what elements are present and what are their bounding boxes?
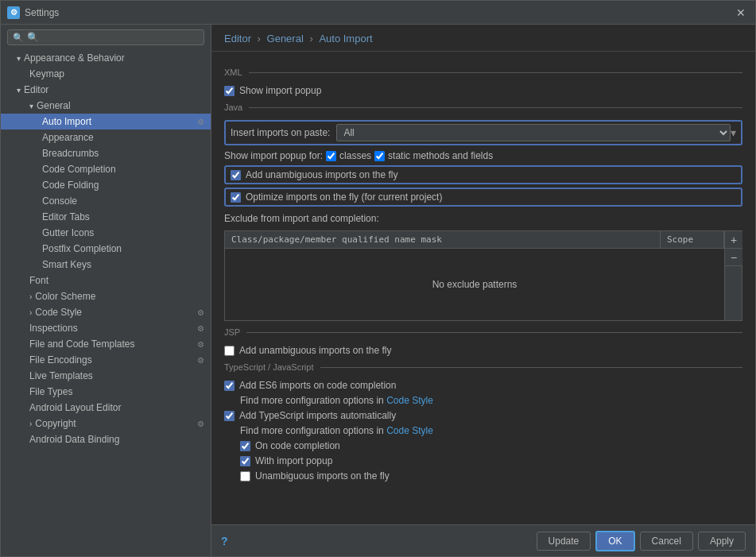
find-config-2-prefix: Find more configuration options in [240, 425, 384, 436]
column-scope-header: Scope [661, 231, 724, 248]
sidebar-item-appearance-behavior[interactable]: ▾ Appearance & Behavior [1, 50, 211, 66]
sidebar-item-label: Code Completion [42, 164, 204, 175]
sidebar-item-smart-keys[interactable]: Smart Keys [1, 257, 211, 273]
add-typescript-checkbox[interactable] [224, 411, 235, 421]
on-code-completion-row: On code completion [224, 440, 742, 451]
sidebar-item-appearance[interactable]: Appearance [1, 130, 211, 145]
static-methods-label: static methods and fields [388, 150, 493, 161]
sidebar-item-live-templates[interactable]: Live Templates [1, 368, 211, 384]
window-title: Settings [25, 7, 733, 18]
sidebar-item-android-data-binding[interactable]: Android Data Binding [1, 431, 211, 447]
expand-arrow: › [29, 292, 32, 301]
apply-button[interactable]: Apply [698, 532, 746, 551]
show-import-popup-for-label: Show import popup for: [224, 150, 323, 161]
find-config-1-prefix: Find more configuration options in [240, 395, 384, 406]
sidebar-item-label: General [37, 100, 204, 111]
add-typescript-label: Add TypeScript imports automatically [239, 410, 396, 421]
add-es6-checkbox[interactable] [224, 381, 235, 391]
sidebar-item-keymap[interactable]: Keymap [1, 66, 211, 82]
sidebar-item-label: File and Code Templates [29, 338, 197, 350]
sidebar-item-android-layout-editor[interactable]: Android Layout Editor [1, 400, 211, 416]
exclude-table-body: No exclude patterns [225, 249, 724, 320]
show-import-popup-for-row: Show import popup for: classes static me… [224, 150, 742, 161]
insert-imports-row: Insert imports on paste: All Ask None ▾ [224, 120, 742, 145]
xml-show-import-popup-checkbox[interactable] [224, 86, 235, 96]
typescript-label: TypeScript / JavaScript [224, 362, 314, 372]
sidebar-item-editor-tabs[interactable]: Editor Tabs [1, 209, 211, 225]
unambiguous-imports-checkbox[interactable] [240, 471, 250, 482]
search-input[interactable] [27, 32, 199, 43]
main-content: 🔍 ▾ Appearance & Behavior Keymap ▾ Edito… [1, 25, 755, 556]
expand-arrow: ▾ [29, 102, 33, 110]
sidebar-item-auto-import[interactable]: Auto Import ⚙ [1, 114, 211, 130]
sidebar-item-gutter-icons[interactable]: Gutter Icons [1, 225, 211, 241]
insert-imports-label: Insert imports on paste: [231, 127, 330, 138]
sidebar-item-file-types[interactable]: File Types [1, 384, 211, 400]
sidebar-item-label: Copyright [35, 418, 197, 429]
add-unambiguous-checkbox[interactable] [231, 170, 241, 180]
sidebar-item-label: Postfix Completion [42, 243, 204, 254]
on-code-completion-checkbox[interactable] [240, 441, 250, 451]
sidebar-item-label: Appearance [42, 132, 204, 143]
code-style-link-2[interactable]: Code Style [386, 425, 433, 436]
sidebar-item-file-code-templates[interactable]: File and Code Templates ⚙ [1, 336, 211, 352]
sidebar-item-general[interactable]: ▾ General [1, 98, 211, 114]
add-exclude-button[interactable]: + [725, 231, 742, 249]
sidebar-item-font[interactable]: Font [1, 273, 211, 288]
jsp-add-unambiguous-checkbox[interactable] [224, 346, 235, 356]
add-unambiguous-label: Add unambiguous imports on the fly [246, 169, 397, 180]
sidebar-item-postfix-completion[interactable]: Postfix Completion [1, 241, 211, 257]
sidebar-item-breadcrumbs[interactable]: Breadcrumbs [1, 145, 211, 161]
exclude-table-inner: Class/package/member qualified name mask… [225, 231, 724, 320]
optimize-imports-checkbox[interactable] [231, 192, 241, 203]
close-button[interactable]: ✕ [733, 5, 749, 21]
sidebar-item-label: Auto Import [42, 116, 197, 127]
expand-arrow: › [29, 420, 32, 428]
sidebar-item-label: Android Layout Editor [29, 402, 204, 413]
ok-button[interactable]: OK [595, 531, 634, 551]
insert-imports-select[interactable]: All Ask None [336, 124, 731, 141]
sidebar-item-inspections[interactable]: Inspections ⚙ [1, 320, 211, 336]
sidebar-item-label: Code Style [35, 307, 197, 318]
sidebar-item-file-encodings[interactable]: File Encodings ⚙ [1, 352, 211, 368]
breadcrumb: Editor › General › Auto Import [211, 25, 755, 52]
remove-exclude-button[interactable]: − [725, 249, 742, 266]
code-style-link-1[interactable]: Code Style [386, 395, 433, 406]
cancel-button[interactable]: Cancel [640, 532, 693, 551]
dropdown-arrow-icon: ▾ [731, 126, 736, 139]
update-button[interactable]: Update [537, 532, 591, 551]
sidebar-item-copyright[interactable]: › Copyright ⚙ [1, 416, 211, 431]
classes-checkbox[interactable] [326, 151, 336, 161]
column-name-header: Class/package/member qualified name mask [225, 231, 661, 248]
sidebar-item-code-folding[interactable]: Code Folding [1, 177, 211, 193]
sidebar-item-code-style[interactable]: › Code Style ⚙ [1, 304, 211, 320]
settings-icon: ⚙ [197, 324, 204, 333]
xml-show-import-popup-label: Show import popup [239, 85, 321, 96]
no-patterns-text: No exclude patterns [432, 279, 518, 290]
static-methods-checkbox[interactable] [374, 151, 385, 161]
sidebar-item-label: Gutter Icons [42, 227, 204, 238]
xml-label: XML [224, 68, 242, 77]
search-box[interactable]: 🔍 [7, 29, 204, 45]
exclude-table-actions: + − [724, 231, 742, 320]
help-icon[interactable]: ? [221, 535, 228, 547]
find-config-2-row: Find more configuration options in Code … [240, 425, 742, 436]
with-import-popup-row: With import popup [224, 455, 742, 466]
settings-icon: ⚙ [197, 118, 204, 126]
sidebar-item-code-completion[interactable]: Code Completion [1, 161, 211, 177]
with-import-popup-checkbox[interactable] [240, 456, 250, 466]
breadcrumb-part1: Editor [224, 33, 251, 44]
on-code-completion-label: On code completion [255, 440, 340, 451]
sidebar-item-color-scheme[interactable]: › Color Scheme [1, 288, 211, 304]
sidebar-item-label: Console [42, 195, 204, 207]
sidebar-item-editor[interactable]: ▾ Editor [1, 82, 211, 98]
search-icon: 🔍 [13, 33, 24, 43]
sidebar-item-console[interactable]: Console [1, 193, 211, 209]
add-unambiguous-row: Add unambiguous imports on the fly [224, 165, 742, 184]
with-import-popup-label: With import popup [255, 455, 332, 466]
jsp-label: JSP [224, 327, 240, 337]
bottom-bar: ? Update OK Cancel Apply [211, 524, 755, 556]
expand-arrow: ▾ [17, 86, 21, 95]
exclude-table: Class/package/member qualified name mask… [224, 230, 742, 321]
sidebar-item-label: Live Templates [29, 370, 204, 381]
